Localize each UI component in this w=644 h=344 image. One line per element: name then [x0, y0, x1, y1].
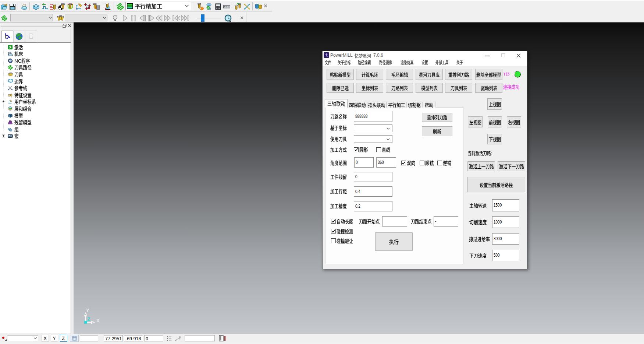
svg-text:Z: Z — [87, 316, 90, 322]
svg-text:Y: Y — [86, 308, 89, 313]
svg-text:X: X — [96, 318, 100, 323]
